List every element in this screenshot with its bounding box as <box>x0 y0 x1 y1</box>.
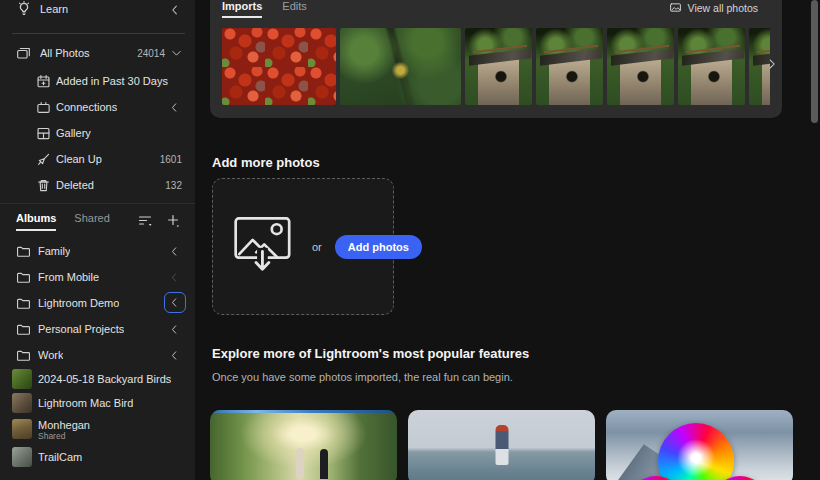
sidebar-album-personal-projects[interactable]: Personal Projects <box>0 317 195 341</box>
sidebar: Learn All Photos 24014 Added in Past 30 … <box>0 0 195 480</box>
imports-panel: Imports Edits View all photos <box>210 0 782 118</box>
photo-thumbnail-birdhouse[interactable] <box>607 28 674 105</box>
sidebar-section-divider <box>0 203 195 204</box>
sidebar-item-gallery[interactable]: Gallery <box>0 121 195 145</box>
sidebar-item-label: Added in Past 30 Days <box>56 75 168 87</box>
chevron-left-icon[interactable] <box>168 101 182 115</box>
explore-subtitle: Once you have some photos imported, the … <box>212 371 513 383</box>
album-thumbnail <box>12 369 32 389</box>
sidebar-item-connections[interactable]: Connections <box>0 95 195 119</box>
sidebar-album-trailcam[interactable]: TrailCam <box>0 445 195 469</box>
album-thumbnail <box>12 419 32 439</box>
sidebar-album-lightroom-mac-bird[interactable]: Lightroom Mac Bird <box>0 391 195 415</box>
sidebar-item-label: All Photos <box>40 47 90 59</box>
feature-card-winter[interactable] <box>408 410 595 480</box>
card-slider-strip <box>210 410 397 413</box>
chevron-left-icon[interactable] <box>168 323 182 337</box>
broom-icon <box>36 152 51 167</box>
sidebar-item-learn[interactable]: Learn <box>0 0 195 21</box>
trash-icon <box>36 178 51 193</box>
view-all-photos-label: View all photos <box>688 2 758 14</box>
album-label: Monhegan <box>38 419 90 431</box>
sidebar-item-deleted[interactable]: Deleted 132 <box>0 173 195 197</box>
sidebar-item-added-past-30-days[interactable]: Added in Past 30 Days <box>0 69 195 93</box>
album-label: 2024-05-18 Backyard Birds <box>38 373 171 385</box>
tab-imports[interactable]: Imports <box>222 0 262 18</box>
chevron-down-icon[interactable] <box>170 47 184 61</box>
sidebar-album-lightroom-demo[interactable]: Lightroom Demo <box>0 291 195 315</box>
strip-next-button[interactable] <box>765 56 779 72</box>
photo-thumbnail-foliage-bird[interactable] <box>340 28 461 105</box>
photo-thumbnail-tomatoes[interactable] <box>222 28 336 105</box>
chevron-left-icon[interactable] <box>168 3 182 17</box>
album-label: Family <box>38 245 70 257</box>
photo-thumbnail-birdhouse[interactable] <box>536 28 603 105</box>
photo-thumbnail-birdhouse[interactable] <box>465 28 532 105</box>
sidebar-divider <box>12 33 185 34</box>
import-image-icon <box>233 215 299 279</box>
folder-icon <box>16 245 31 258</box>
album-thumbnail <box>12 447 32 467</box>
import-photo-strip <box>222 28 770 105</box>
sidebar-item-label: Learn <box>40 3 68 15</box>
tab-edits[interactable]: Edits <box>282 0 306 12</box>
album-label: Work <box>38 349 63 361</box>
explore-title: Explore more of Lightroom's most popular… <box>212 346 529 361</box>
sidebar-item-label: Deleted <box>56 179 94 191</box>
tab-albums[interactable]: Albums <box>16 212 56 231</box>
album-label: Lightroom Demo <box>38 297 119 309</box>
feature-card-color-grading[interactable] <box>606 410 793 480</box>
add-album-icon[interactable] <box>165 213 181 229</box>
sidebar-item-label: Connections <box>56 101 117 113</box>
album-label: TrailCam <box>38 451 82 463</box>
folder-icon <box>16 297 31 310</box>
all-photos-count: 24014 <box>137 48 165 59</box>
sidebar-item-clean-up[interactable]: Clean Up 1601 <box>0 147 195 171</box>
sidebar-item-label: Gallery <box>56 127 91 139</box>
vertical-scrollbar[interactable] <box>811 0 818 123</box>
photo-icon <box>669 1 682 14</box>
lightbulb-icon <box>16 1 32 17</box>
add-photos-button[interactable]: Add photos <box>335 235 422 259</box>
add-more-photos-title: Add more photos <box>212 155 320 170</box>
sidebar-album-monhegan[interactable]: Monhegan Shared <box>0 415 195 445</box>
tab-shared[interactable]: Shared <box>74 212 109 224</box>
sidebar-album-backyard-birds[interactable]: 2024-05-18 Backyard Birds <box>0 367 195 391</box>
feature-card-wedding[interactable] <box>210 410 397 480</box>
color-wheel-graphic <box>658 423 734 480</box>
chevron-left-icon[interactable] <box>168 245 182 259</box>
album-label: Personal Projects <box>38 323 124 335</box>
sort-icon[interactable] <box>137 213 153 229</box>
album-label: Lightroom Mac Bird <box>38 397 133 409</box>
calendar-icon <box>36 74 51 89</box>
gallery-icon <box>36 126 51 141</box>
sidebar-album-from-mobile[interactable]: From Mobile <box>0 265 195 289</box>
photos-icon <box>16 46 31 61</box>
sidebar-album-family[interactable]: Family <box>0 239 195 263</box>
connections-icon <box>36 100 51 115</box>
folder-icon <box>16 323 31 336</box>
sidebar-album-work[interactable]: Work <box>0 343 195 367</box>
sidebar-item-label: Clean Up <box>56 153 102 165</box>
photo-dropzone[interactable]: or Add photos <box>212 178 394 315</box>
view-all-photos-link[interactable]: View all photos <box>669 1 758 14</box>
photo-thumbnail-birdhouse[interactable] <box>678 28 745 105</box>
clean-up-count: 1601 <box>160 154 182 165</box>
albums-header-actions <box>137 213 181 229</box>
folder-icon <box>16 271 31 284</box>
sidebar-item-all-photos[interactable]: All Photos 24014 <box>0 41 195 65</box>
feature-cards <box>210 410 793 480</box>
or-label: or <box>312 241 322 253</box>
folder-icon <box>16 349 31 362</box>
chevron-left-icon[interactable] <box>168 271 182 285</box>
deleted-count: 132 <box>165 180 182 191</box>
chevron-left-icon[interactable] <box>168 296 182 310</box>
album-sublabel: Shared <box>38 432 90 441</box>
imports-panel-tabs: Imports Edits <box>222 0 307 18</box>
main-content: Imports Edits View all photos Add more p… <box>195 0 820 480</box>
chevron-left-icon[interactable] <box>168 349 182 363</box>
album-thumbnail <box>12 393 32 413</box>
album-label: From Mobile <box>38 271 99 283</box>
